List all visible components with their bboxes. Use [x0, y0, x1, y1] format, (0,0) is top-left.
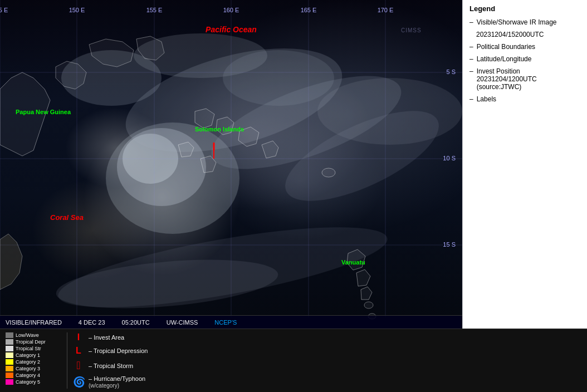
svg-text:150 E: 150 E [69, 7, 85, 13]
intensity-cat5: Category 5 [6, 379, 56, 385]
intensity-cat4: Category 4 [6, 373, 56, 378]
svg-point-9 [317, 78, 462, 145]
intensity-color-low [6, 332, 13, 338]
intensity-label-cat5: Category 5 [16, 379, 40, 385]
svg-text:Pacific Ocean: Pacific Ocean [206, 25, 257, 34]
map-type-label: VISIBLE/INFRARED [6, 319, 62, 326]
hurricane-desc: – Hurricane/Typhoon(w/category) [89, 375, 145, 389]
legend-item-image-text: Visible/Shorwave IR Image [477, 18, 557, 26]
symbol-invest: I – Invest Area [73, 332, 148, 342]
legend-item-political: – Political Boundaries [469, 43, 580, 51]
svg-text:155 E: 155 E [146, 7, 163, 13]
svg-text:Vanuatu: Vanuatu [341, 259, 365, 266]
svg-point-8 [223, 50, 334, 106]
legend-panel: Legend – Visible/Shorwave IR Image 20231… [462, 0, 587, 329]
intensity-color-cat3 [6, 366, 13, 371]
map-area: 145 E 150 E 155 E 160 E 165 E 170 E 5 S … [0, 0, 462, 329]
invest-symbol: I [73, 332, 84, 342]
intensity-label-ts: Tropical Str [16, 346, 41, 351]
legend-timestamp-text: 20231204/152000UTC [469, 31, 544, 38]
legend-item-labels-text: Labels [477, 95, 496, 103]
intensity-cat1: Category 1 [6, 352, 56, 358]
symbol-hurricane: 🌀 – Hurricane/Typhoon(w/category) [73, 375, 148, 389]
depression-desc: – Tropical Depression [89, 347, 148, 354]
legend-item-latlon-text: Latitude/Longitude [477, 55, 532, 63]
intensity-color-cat4 [6, 373, 13, 378]
intensity-label-cat1: Category 1 [16, 352, 40, 358]
intensity-label-cat2: Category 2 [16, 359, 40, 365]
symbol-depression: L – Tropical Depression [73, 346, 148, 356]
symbol-legend: I – Invest Area L – Tropical Depression … [67, 332, 148, 389]
map-source-label: UW-CIMSS [167, 319, 198, 326]
svg-text:Papua New Guinea: Papua New Guinea [16, 109, 71, 115]
svg-text:170 E: 170 E [378, 7, 394, 13]
map-time-label: 05:20UTC [122, 319, 150, 326]
intensity-cat3: Category 3 [6, 366, 56, 371]
intensity-color-cat2 [6, 359, 13, 365]
legend-item-invest: – Invest Position 20231204/1200UTC(sourc… [469, 67, 580, 91]
intensity-tropical-str: Tropical Str [6, 346, 56, 351]
map-date-label: 4 DEC 23 [79, 319, 105, 326]
map-footer: VISIBLE/INFRARED 4 DEC 23 05:20UTC UW-CI… [0, 315, 462, 329]
legend-item-timestamp: 20231204/152000UTC [469, 31, 580, 38]
legend-item-political-text: Political Boundaries [477, 43, 535, 51]
intensity-label-cat4: Category 4 [16, 373, 40, 378]
intensity-color-td [6, 339, 13, 345]
legend-item-invest-text: Invest Position 20231204/1200UTC(source:… [477, 67, 580, 91]
bottom-legend: Low/Wave Tropical Depr Tropical Str Cate… [0, 329, 587, 392]
svg-text:160 E: 160 E [223, 7, 239, 13]
invest-desc: – Invest Area [89, 334, 124, 341]
intensity-cat2: Category 2 [6, 359, 56, 365]
ncep-link[interactable]: NCEP'S [214, 319, 237, 326]
intensity-color-cat1 [6, 352, 13, 358]
svg-text:15 S: 15 S [443, 241, 456, 248]
svg-point-33 [364, 302, 373, 308]
map-svg: 145 E 150 E 155 E 160 E 165 E 170 E 5 S … [0, 0, 462, 329]
svg-point-32 [322, 168, 335, 177]
svg-text:CIMSS: CIMSS [401, 27, 422, 33]
intensity-color-cat5 [6, 379, 13, 385]
intensity-low-wave: Low/Wave [6, 332, 56, 338]
intensity-label-td: Tropical Depr [16, 339, 46, 345]
hurricane-symbol: 🌀 [73, 376, 84, 388]
svg-text:165 E: 165 E [301, 7, 317, 13]
svg-text:145 E: 145 E [0, 7, 8, 13]
storm-symbol: 𝒼 [73, 359, 84, 372]
svg-text:5 S: 5 S [446, 68, 456, 75]
intensity-label-cat3: Category 3 [16, 366, 40, 371]
legend-item-image: – Visible/Shorwave IR Image [469, 18, 580, 26]
intensity-tropical-depr: Tropical Depr [6, 339, 56, 345]
storm-desc: – Tropical Storm [89, 362, 133, 369]
svg-text:10 S: 10 S [443, 155, 456, 161]
intensity-legend: Low/Wave Tropical Depr Tropical Str Cate… [6, 332, 56, 389]
svg-text:Solomon Islands: Solomon Islands [195, 126, 244, 133]
symbol-storm: 𝒼 – Tropical Storm [73, 359, 148, 372]
legend-item-latlon: – Latitude/Longitude [469, 55, 580, 63]
main-content: 145 E 150 E 155 E 160 E 165 E 170 E 5 S … [0, 0, 587, 329]
svg-point-11 [54, 252, 280, 316]
svg-text:Coral Sea: Coral Sea [50, 213, 84, 222]
depression-symbol: L [73, 346, 84, 356]
intensity-label-low: Low/Wave [16, 332, 39, 338]
legend-title: Legend [469, 4, 580, 13]
intensity-color-ts [6, 346, 13, 351]
legend-item-labels: – Labels [469, 95, 580, 103]
